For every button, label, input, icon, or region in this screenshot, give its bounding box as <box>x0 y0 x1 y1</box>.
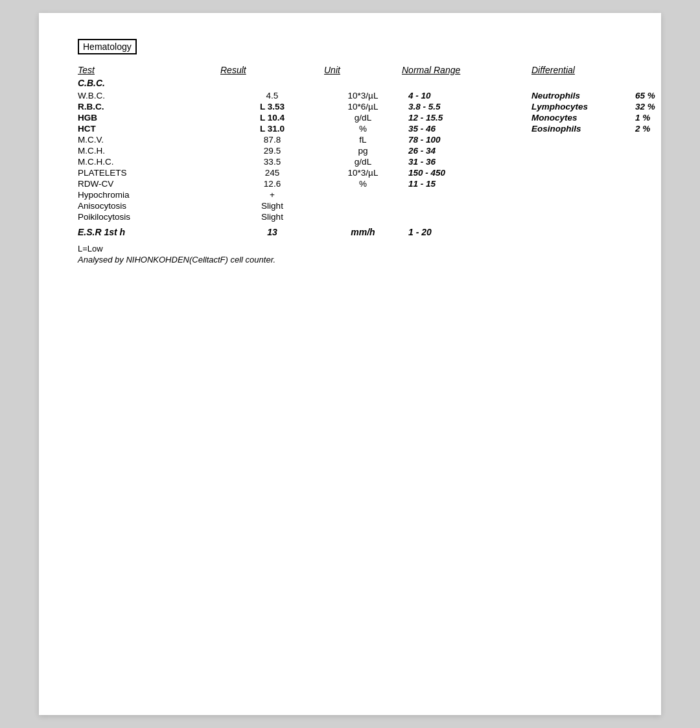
header-result: Result <box>220 65 324 75</box>
row-result: 87.8 <box>220 135 324 145</box>
row-test-name: PLATELETS <box>78 168 220 178</box>
row-test-name: HGB <box>78 113 220 123</box>
row-unit: % <box>324 179 402 189</box>
header-row: Test Result Unit Normal Range Differenti… <box>78 65 622 75</box>
table-row: Hypochromia+ <box>78 190 622 200</box>
row-test-name: HCT <box>78 124 220 134</box>
row-normal-range: 150 - 450 <box>402 168 531 178</box>
row-test-name: R.B.C. <box>78 102 220 112</box>
row-unit: % <box>324 124 402 134</box>
table-row: M.C.H.29.5pg26 - 34 <box>78 146 622 156</box>
row-unit: 10*3/µL <box>324 91 402 100</box>
table-row: HCTL 31.0%35 - 46Eosinophils2 % <box>78 124 622 134</box>
row-test-name: Anisocytosis <box>78 201 220 211</box>
header-unit: Unit <box>324 65 402 75</box>
esr-unit: mm/h <box>324 227 402 237</box>
row-unit: 10*3/µL <box>324 168 402 178</box>
row-result: L 31.0 <box>220 124 324 134</box>
table-row: PoikilocytosisSlight <box>78 212 622 222</box>
esr-normal: 1 - 20 <box>402 227 531 237</box>
row-test-name: Hypochromia <box>78 190 220 200</box>
row-diff-value: 32 % <box>635 102 687 112</box>
table-row: R.B.C.L 3.5310*6/µL3.8 - 5.5Lymphocytes3… <box>78 102 622 112</box>
esr-row: E.S.R 1st h 13 mm/h 1 - 20 <box>78 227 622 237</box>
row-result: 33.5 <box>220 157 324 167</box>
data-rows-container: W.B.C.4.510*3/µL4 - 10Neutrophils65 %R.B… <box>78 91 622 222</box>
row-result: + <box>220 190 324 200</box>
row-unit: fL <box>324 135 402 145</box>
section-title: Hematology <box>78 39 137 54</box>
row-result: 12.6 <box>220 179 324 189</box>
row-diff-label: Eosinophils <box>531 124 635 134</box>
row-unit: g/dL <box>324 157 402 167</box>
row-result: 4.5 <box>220 91 324 100</box>
row-result: 29.5 <box>220 146 324 156</box>
table-row: HGBL 10.4g/dL12 - 15.5Monocytes1 % <box>78 113 622 123</box>
row-unit: pg <box>324 146 402 156</box>
row-normal-range: 31 - 36 <box>402 157 531 167</box>
row-diff-value: 65 % <box>635 91 687 100</box>
row-diff-label: Monocytes <box>531 113 635 123</box>
row-normal-range: 12 - 15.5 <box>402 113 531 123</box>
row-test-name: Poikilocytosis <box>78 212 220 222</box>
table-row: M.C.V.87.8fL78 - 100 <box>78 135 622 145</box>
table-row: PLATELETS24510*3/µL150 - 450 <box>78 168 622 178</box>
row-normal-range: 35 - 46 <box>402 124 531 134</box>
table-row: RDW-CV12.6%11 - 15 <box>78 179 622 189</box>
header-normal-range: Normal Range <box>402 65 531 75</box>
page: Hematology Test Result Unit Normal Range… <box>39 13 661 715</box>
header-test: Test <box>78 65 220 75</box>
row-result: Slight <box>220 212 324 222</box>
row-unit: 10*6/µL <box>324 102 402 112</box>
esr-result: 13 <box>220 227 324 237</box>
row-test-name: RDW-CV <box>78 179 220 189</box>
row-result: Slight <box>220 201 324 211</box>
row-result: L 10.4 <box>220 113 324 123</box>
row-diff-value: 2 % <box>635 124 687 134</box>
table-row: M.C.H.C.33.5g/dL31 - 36 <box>78 157 622 167</box>
esr-test: E.S.R 1st h <box>78 227 220 237</box>
row-normal-range: 78 - 100 <box>402 135 531 145</box>
row-normal-range: 3.8 - 5.5 <box>402 102 531 112</box>
row-diff-label: Lymphocytes <box>531 102 635 112</box>
footnote-low: L=Low <box>78 244 622 253</box>
row-result: L 3.53 <box>220 102 324 112</box>
row-test-name: M.C.H. <box>78 146 220 156</box>
row-unit: g/dL <box>324 113 402 123</box>
cbc-label: C.B.C. <box>78 78 622 88</box>
table-row: W.B.C.4.510*3/µL4 - 10Neutrophils65 % <box>78 91 622 100</box>
row-normal-range: 4 - 10 <box>402 91 531 100</box>
header-empty <box>635 65 687 75</box>
row-test-name: W.B.C. <box>78 91 220 100</box>
row-result: 245 <box>220 168 324 178</box>
row-normal-range: 26 - 34 <box>402 146 531 156</box>
row-diff-label: Neutrophils <box>531 91 635 100</box>
row-test-name: M.C.H.C. <box>78 157 220 167</box>
table-row: AnisocytosisSlight <box>78 201 622 211</box>
row-normal-range: 11 - 15 <box>402 179 531 189</box>
header-differential: Differential <box>531 65 635 75</box>
footnote-analysed: Analysed by NIHONKOHDEN(CelltactF) cell … <box>78 255 622 264</box>
row-test-name: M.C.V. <box>78 135 220 145</box>
row-diff-value: 1 % <box>635 113 687 123</box>
